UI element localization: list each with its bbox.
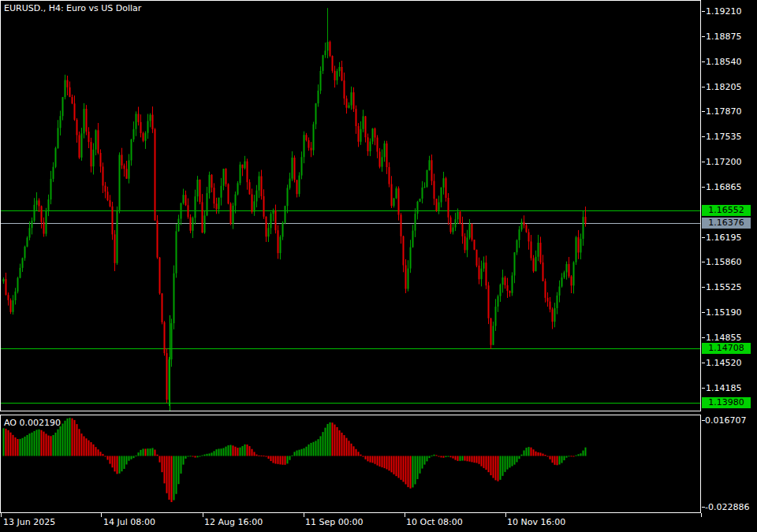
price-tick-mark xyxy=(702,11,705,12)
price-tick-label: 1.16195 xyxy=(706,233,742,243)
time-tick-mark xyxy=(101,513,102,517)
time-tick-label: 10 Oct 08:00 xyxy=(406,517,463,527)
time-tick-label: 13 Jun 2025 xyxy=(3,517,55,527)
price-tick-mark xyxy=(702,237,705,238)
current-price-badge: 1.16376 xyxy=(702,218,751,229)
price-tick-label: 1.14520 xyxy=(706,358,742,368)
time-tick-mark xyxy=(304,513,304,517)
price-tick-label: 1.15525 xyxy=(706,282,742,292)
price-tick-label: 1.19210 xyxy=(706,6,742,17)
price-tick-label: 1.17200 xyxy=(706,157,742,167)
price-tick-label: 1.18875 xyxy=(706,32,742,42)
price-tick-label: 1.16865 xyxy=(706,182,742,192)
price-chart-canvas[interactable] xyxy=(0,0,702,411)
price-tick-label: 1.18540 xyxy=(706,57,742,67)
chart-title: EURUSD., H4: Euro vs US Dollar xyxy=(4,3,141,13)
ao-axis-label: -0.022886 xyxy=(705,502,749,512)
price-tick-mark xyxy=(702,87,705,87)
ao-indicator-label: AO 0.002190 xyxy=(4,418,61,428)
time-tick-label: 11 Sep 00:00 xyxy=(305,517,363,527)
price-tick-label: 1.14185 xyxy=(706,383,742,393)
time-tick-mark xyxy=(1,513,2,517)
price-tick-mark xyxy=(702,388,705,389)
price-tick-mark xyxy=(702,162,705,162)
price-tick-label: 1.15860 xyxy=(706,257,742,267)
level-price-badge: 1.13980 xyxy=(702,397,751,408)
price-tick-label: 1.14855 xyxy=(706,333,742,343)
time-tick-label: 10 Nov 16:00 xyxy=(507,517,565,527)
level-price-badge: 1.16552 xyxy=(702,205,751,216)
price-tick-mark xyxy=(702,337,705,338)
price-tick-mark xyxy=(702,312,705,313)
price-tick-mark xyxy=(702,61,705,62)
price-tick-label: 1.18205 xyxy=(706,82,742,92)
price-tick-mark xyxy=(702,187,705,188)
time-tick-mark xyxy=(203,513,203,517)
price-tick-mark xyxy=(702,111,705,112)
ao-indicator-canvas[interactable] xyxy=(0,415,702,513)
chart-window: EURUSD., H4: Euro vs US Dollar AO 0.0021… xyxy=(0,0,757,532)
ao-axis-label: 0.016707 xyxy=(705,415,747,426)
price-tick-label: 1.15190 xyxy=(706,307,742,318)
price-tick-mark xyxy=(702,262,705,262)
time-tick-mark xyxy=(505,513,506,517)
price-tick-mark xyxy=(702,363,705,363)
price-tick-mark xyxy=(702,136,705,137)
time-tick-mark xyxy=(701,513,702,517)
price-tick-label: 1.17870 xyxy=(706,106,742,117)
price-tick-mark xyxy=(702,36,705,37)
price-tick-mark xyxy=(702,287,705,288)
time-tick-label: 14 Jul 08:00 xyxy=(103,517,155,527)
price-tick-label: 1.17535 xyxy=(706,132,742,142)
time-tick-label: 12 Aug 16:00 xyxy=(204,517,263,527)
level-price-badge: 1.14708 xyxy=(702,343,751,354)
time-tick-mark xyxy=(405,513,405,517)
